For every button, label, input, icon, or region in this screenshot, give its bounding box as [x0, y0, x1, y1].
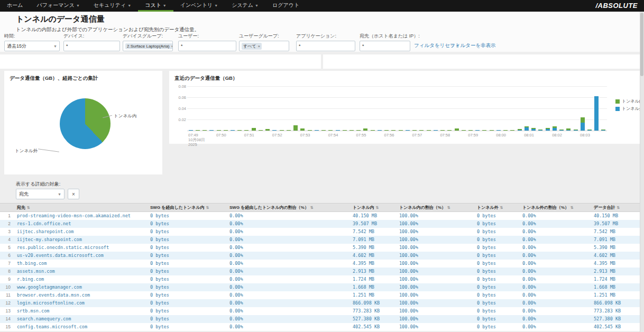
table-row[interactable]: 5res.public.onecdn.static.microsoft0 byt… — [0, 244, 640, 252]
stacked-bar[interactable] — [217, 130, 221, 131]
stacked-bar[interactable] — [440, 130, 445, 131]
column-header[interactable]: SWG を経由したトンネル内⇅ — [148, 204, 227, 212]
column-header[interactable]: データ合計⇅ — [592, 204, 640, 212]
stacked-bar[interactable] — [496, 130, 501, 131]
table-row[interactable]: 13srtb.msn.com0 bytes0.00%773.283 KB100.… — [0, 307, 640, 315]
destination-host-link[interactable]: us-v20.events.data.microsoft.com — [15, 252, 148, 260]
stacked-bar[interactable] — [259, 130, 263, 131]
column-header[interactable]: SWG を経由したトンネル内の割合（%）⇅ — [227, 204, 351, 212]
destination-host-link[interactable]: login.microsoftonline.com — [15, 299, 148, 307]
table-row[interactable]: 15config.teams.microsoft.com0 bytes0.00%… — [0, 323, 640, 331]
stacked-bar[interactable] — [447, 130, 452, 131]
stacked-bar[interactable] — [482, 130, 486, 131]
stacked-bar[interactable] — [356, 130, 361, 131]
stacked-bar[interactable] — [490, 130, 494, 131]
stacked-bar[interactable] — [363, 128, 367, 131]
stacked-bar[interactable] — [280, 130, 284, 131]
table-row[interactable]: 1prod-streaming-video-msn-com.akamaized.… — [0, 212, 640, 220]
filter-input[interactable]: * — [360, 41, 410, 51]
table-row[interactable]: 12login.microsoftonline.com0 bytes0.00%8… — [0, 299, 640, 307]
stacked-bar[interactable] — [538, 130, 542, 131]
nav-item[interactable]: ホーム — [0, 0, 30, 12]
column-header[interactable]: トンネル内の割合（%）⇅ — [397, 204, 475, 212]
sort-icon[interactable]: ⇅ — [206, 206, 209, 209]
destination-host-link[interactable]: iijtec-my.sharepoint.com — [15, 236, 148, 244]
stacked-bar[interactable] — [189, 130, 193, 131]
stacked-bar[interactable] — [328, 130, 333, 131]
stacked-bar[interactable] — [399, 130, 403, 131]
sort-icon[interactable]: ⇅ — [310, 206, 314, 209]
stacked-bar[interactable] — [559, 130, 564, 131]
table-row[interactable]: 4iijtec-my.sharepoint.com0 bytes0.00%7.0… — [0, 236, 640, 244]
details-target-select[interactable]: 宛先 ▼ — [16, 189, 65, 199]
stacked-bar[interactable] — [300, 128, 305, 131]
stacked-bar[interactable] — [244, 130, 249, 131]
stacked-bar[interactable] — [419, 130, 424, 131]
destination-host-link[interactable]: iijtec.sharepoint.com — [15, 228, 148, 236]
stacked-bar[interactable] — [503, 130, 508, 131]
stacked-bar[interactable] — [581, 117, 585, 131]
destination-host-link[interactable]: browser.events.data.msn.com — [15, 291, 148, 299]
stacked-bar[interactable] — [252, 128, 256, 131]
stacked-bar[interactable] — [203, 130, 207, 131]
table-row[interactable]: 14search.namequery.com0 bytes0.00%527.38… — [0, 315, 640, 323]
stacked-bar[interactable] — [434, 130, 438, 131]
sort-icon[interactable]: ⇅ — [571, 206, 574, 209]
stacked-bar[interactable] — [587, 130, 592, 131]
sort-icon[interactable]: ⇅ — [500, 206, 503, 209]
stacked-bar[interactable] — [237, 130, 242, 131]
stacked-bar[interactable] — [308, 130, 312, 131]
nav-item[interactable]: セキュリティ▼ — [87, 0, 138, 12]
recent-traffic-bar-chart[interactable]: 0.020.040.060.0807:4910月08日202507:5007:5… — [187, 84, 607, 131]
table-row[interactable]: 9r.bing.com0 bytes0.00%1.724 MB100.00%0 … — [0, 275, 640, 283]
filter-input[interactable]: * — [178, 41, 236, 51]
remove-chip-icon[interactable]: × — [171, 44, 173, 49]
tunnel-traffic-pie-chart[interactable] — [60, 98, 111, 149]
stacked-bar[interactable] — [525, 126, 529, 131]
stacked-bar[interactable] — [293, 125, 298, 131]
sort-icon[interactable]: ⇅ — [376, 206, 379, 209]
stacked-bar[interactable] — [272, 130, 277, 131]
stacked-bar[interactable] — [378, 130, 382, 131]
stacked-bar[interactable] — [518, 129, 522, 131]
stacked-bar[interactable] — [321, 130, 326, 131]
column-header[interactable]: トンネル外の割合（%）⇅ — [520, 204, 592, 212]
filter-input[interactable]: * — [296, 41, 355, 51]
table-row[interactable]: 3iijtec.sharepoint.com0 bytes0.00%7.542 … — [0, 228, 640, 236]
filter-select[interactable]: 過去15分▼ — [4, 41, 60, 51]
stacked-bar[interactable] — [209, 130, 214, 131]
table-row[interactable]: 6us-v20.events.data.microsoft.com0 bytes… — [0, 252, 640, 260]
filter-input[interactable]: * — [63, 41, 120, 51]
stacked-bar[interactable] — [349, 130, 354, 131]
stacked-bar[interactable] — [343, 130, 347, 131]
stacked-bar[interactable] — [531, 128, 536, 131]
nav-item[interactable]: インベントリ▼ — [173, 0, 225, 12]
scrollbar-thumb[interactable] — [640, 13, 643, 76]
stacked-bar[interactable] — [265, 129, 270, 131]
destination-host-link[interactable]: www.googletagmanager.com — [15, 283, 148, 291]
stacked-bar[interactable] — [601, 130, 605, 131]
stacked-bar[interactable] — [427, 130, 431, 131]
stacked-bar[interactable] — [468, 130, 473, 131]
destination-host-link[interactable]: res-1.cdn.office.net — [15, 220, 148, 228]
stacked-bar[interactable] — [510, 130, 514, 131]
stacked-bar[interactable] — [315, 130, 319, 131]
destination-host-link[interactable]: search.namequery.com — [15, 315, 148, 323]
destination-host-link[interactable]: srtb.msn.com — [15, 307, 148, 315]
column-header[interactable]: 宛先⇅ — [15, 204, 148, 212]
stacked-bar[interactable] — [336, 130, 340, 131]
stacked-bar[interactable] — [553, 126, 557, 131]
stacked-bar[interactable] — [455, 128, 459, 131]
sort-icon[interactable]: ⇅ — [27, 206, 30, 209]
destination-host-link[interactable]: th.bing.com — [15, 260, 148, 268]
sort-icon[interactable]: ⇅ — [617, 206, 620, 209]
table-row[interactable]: 8assets.msn.com0 bytes0.00%2.913 MB100.0… — [0, 268, 640, 275]
hide-filters-link[interactable]: フィルターを非表示 — [450, 42, 496, 49]
column-header[interactable]: トンネル内⇅ — [351, 204, 397, 212]
nav-item[interactable]: パフォーマンス▼ — [30, 0, 86, 12]
sort-icon[interactable]: ⇅ — [447, 206, 450, 209]
stacked-bar[interactable] — [287, 130, 291, 131]
stacked-bar[interactable] — [475, 130, 480, 131]
table-row[interactable]: 10www.googletagmanager.com0 bytes0.00%1.… — [0, 283, 640, 291]
nav-item[interactable]: コスト▼ — [138, 0, 173, 12]
